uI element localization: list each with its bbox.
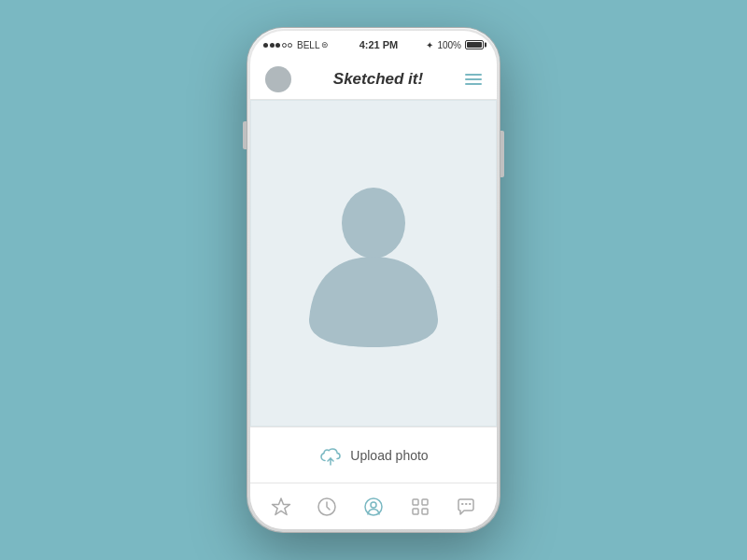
photo-area[interactable] (250, 100, 497, 427)
signal-dot-4 (282, 43, 287, 48)
grid-icon (410, 497, 430, 517)
svg-rect-9 (422, 509, 428, 514)
person-silhouette (303, 175, 444, 352)
signal-icon (263, 43, 292, 48)
svg-marker-2 (272, 498, 289, 515)
tab-bar (250, 483, 497, 529)
battery-bar (465, 40, 484, 49)
tab-profile[interactable] (357, 490, 390, 524)
signal-dot-1 (263, 43, 268, 48)
svg-rect-8 (413, 509, 418, 514)
status-bar: BELL ⊜ 4:21 PM ✦ 100% (250, 31, 497, 59)
app-title: Sketched it! (333, 70, 423, 89)
tab-history[interactable] (310, 490, 344, 524)
hamburger-line-1 (465, 74, 482, 76)
battery-fill (467, 42, 482, 48)
signal-dot-5 (288, 43, 292, 48)
upload-label: Upload photo (350, 448, 428, 463)
status-right: ✦ 100% (426, 40, 484, 50)
svg-rect-6 (413, 499, 418, 505)
signal-dot-3 (275, 43, 280, 48)
phone-screen: BELL ⊜ 4:21 PM ✦ 100% Sketched it! (250, 31, 497, 529)
tab-apps[interactable] (403, 490, 437, 524)
avatar[interactable] (265, 66, 291, 92)
carrier-label: BELL (297, 40, 319, 50)
svg-rect-7 (422, 499, 428, 505)
signal-dot-2 (270, 43, 275, 48)
phone-frame: BELL ⊜ 4:21 PM ✦ 100% Sketched it! (247, 28, 500, 532)
time-label: 4:21 PM (359, 39, 399, 50)
clock-icon (317, 497, 337, 517)
main-content: Upload photo (250, 100, 497, 483)
bluetooth-icon: ✦ (426, 40, 433, 50)
status-left: BELL ⊜ (263, 40, 331, 50)
wifi-icon: ⊜ (321, 40, 329, 49)
upload-bar[interactable]: Upload photo (250, 427, 497, 483)
hamburger-line-3 (465, 83, 482, 85)
battery-pct-label: 100% (437, 40, 461, 50)
speech-icon (456, 497, 476, 517)
nav-bar: Sketched it! (250, 59, 497, 100)
cloud-upload-icon (318, 445, 343, 466)
tab-favorites[interactable] (264, 490, 298, 524)
svg-point-0 (342, 188, 405, 259)
menu-button[interactable] (465, 74, 482, 85)
star-icon (271, 497, 291, 517)
hamburger-line-2 (465, 78, 482, 80)
svg-point-5 (371, 502, 376, 508)
person-icon (363, 497, 384, 517)
tab-messages[interactable] (449, 490, 483, 524)
battery-indicator (465, 40, 484, 49)
